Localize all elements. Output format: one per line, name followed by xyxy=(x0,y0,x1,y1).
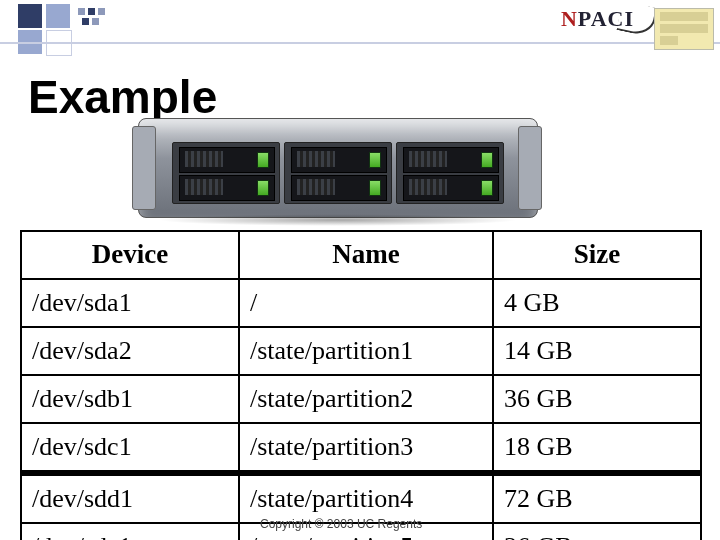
cell-name: /state/partition1 xyxy=(239,327,493,375)
cell-name: /state/partition4 xyxy=(239,473,493,523)
slide: NPACI Example Device Name Size /dev/sda1… xyxy=(0,0,720,540)
copyright-text: Copyright © 2003 UC Regents xyxy=(260,517,422,531)
slide-title: Example xyxy=(28,70,217,124)
cell-size: 36 GB xyxy=(493,523,701,540)
cell-name: / xyxy=(239,279,493,327)
table-row: /dev/sdd1/state/partition472 GB xyxy=(21,473,701,523)
corner-card-icon xyxy=(654,8,714,50)
cell-device: /dev/sdc1 xyxy=(21,423,239,473)
table-row: /dev/sda2/state/partition114 GB xyxy=(21,327,701,375)
cell-size: 18 GB xyxy=(493,423,701,473)
col-device: Device xyxy=(21,231,239,279)
col-name: Name xyxy=(239,231,493,279)
cell-device: /dev/sda1 xyxy=(21,279,239,327)
cell-device: /dev/sdb1 xyxy=(21,375,239,423)
cell-size: 72 GB xyxy=(493,473,701,523)
cell-name: /state/partition2 xyxy=(239,375,493,423)
partition-table: Device Name Size /dev/sda1/4 GB/dev/sda2… xyxy=(20,230,700,540)
cell-device: /dev/sde1 xyxy=(21,523,239,540)
table-row: /dev/sda1/4 GB xyxy=(21,279,701,327)
table-header-row: Device Name Size xyxy=(21,231,701,279)
table-row: /dev/sdb1/state/partition236 GB xyxy=(21,375,701,423)
cell-size: 14 GB xyxy=(493,327,701,375)
cell-name: /state/partition3 xyxy=(239,423,493,473)
npaci-logo: NPACI xyxy=(561,6,634,32)
cell-size: 36 GB xyxy=(493,375,701,423)
cell-device: /dev/sda2 xyxy=(21,327,239,375)
server-image xyxy=(138,118,536,228)
col-size: Size xyxy=(493,231,701,279)
decorative-header: NPACI xyxy=(0,0,720,54)
table-row: /dev/sdc1/state/partition318 GB xyxy=(21,423,701,473)
cell-size: 4 GB xyxy=(493,279,701,327)
cell-device: /dev/sdd1 xyxy=(21,473,239,523)
